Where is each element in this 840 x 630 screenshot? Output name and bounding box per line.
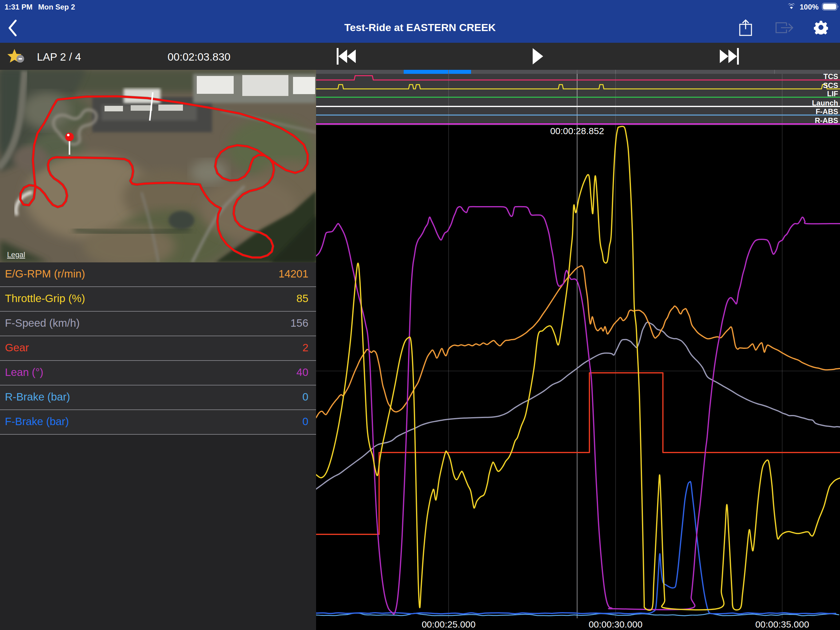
svg-text:00:00:30.000: 00:00:30.000 bbox=[589, 619, 642, 629]
svg-text:Launch: Launch bbox=[812, 99, 838, 107]
svg-text:LIF: LIF bbox=[827, 90, 838, 98]
svg-text:00:00:28.852: 00:00:28.852 bbox=[550, 126, 604, 136]
svg-text:SCS: SCS bbox=[823, 81, 838, 90]
svg-text:00:00:25.000: 00:00:25.000 bbox=[422, 619, 475, 629]
svg-text:Legal: Legal bbox=[7, 250, 25, 259]
svg-text:R-ABS: R-ABS bbox=[815, 116, 838, 125]
svg-text:TCS: TCS bbox=[823, 72, 838, 81]
svg-text:F-ABS: F-ABS bbox=[816, 108, 838, 116]
svg-text:00:00:35.000: 00:00:35.000 bbox=[755, 619, 809, 629]
